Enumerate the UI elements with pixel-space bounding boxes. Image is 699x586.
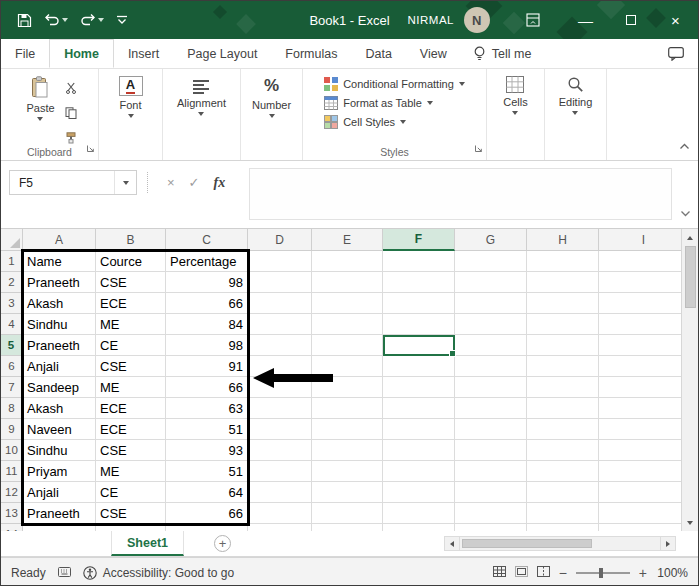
cell-F5[interactable] xyxy=(383,335,455,356)
zoom-slider-thumb[interactable] xyxy=(599,568,603,578)
cell-D4[interactable] xyxy=(248,314,312,335)
cells-button[interactable]: Cells xyxy=(497,74,533,144)
cell-A11[interactable]: Priyam xyxy=(23,461,96,482)
new-sheet-button[interactable]: + xyxy=(214,535,231,552)
cell-H7[interactable] xyxy=(527,377,599,398)
cell-H9[interactable] xyxy=(527,419,599,440)
cell-C12[interactable]: 64 xyxy=(166,482,248,503)
cell-F8[interactable] xyxy=(383,398,455,419)
cell-A1[interactable]: Name xyxy=(23,251,96,272)
cell-I9[interactable] xyxy=(599,419,683,440)
cell-A6[interactable]: Anjali xyxy=(23,356,96,377)
cell-G5[interactable] xyxy=(455,335,527,356)
clipboard-dialog-launcher[interactable] xyxy=(86,139,95,157)
cell-styles-button[interactable]: Cell Styles xyxy=(324,115,465,129)
number-dropdown-icon[interactable] xyxy=(269,114,275,118)
row-header-12[interactable]: 12 xyxy=(1,482,23,503)
cell-G7[interactable] xyxy=(455,377,527,398)
cut-button[interactable] xyxy=(65,80,77,98)
font-button[interactable]: A Font xyxy=(113,74,149,144)
cell-G8[interactable] xyxy=(455,398,527,419)
cell-C1[interactable]: Percentage xyxy=(166,251,248,272)
cell-F4[interactable] xyxy=(383,314,455,335)
cell-F3[interactable] xyxy=(383,293,455,314)
cell-D14[interactable] xyxy=(248,524,312,531)
zoom-out-button[interactable]: − xyxy=(559,566,567,580)
h-scroll-right-icon[interactable] xyxy=(660,536,676,551)
cell-A10[interactable]: Sindhu xyxy=(23,440,96,461)
cell-C8[interactable]: 63 xyxy=(166,398,248,419)
cell-E13[interactable] xyxy=(312,503,383,524)
cell-D13[interactable] xyxy=(248,503,312,524)
cell-H6[interactable] xyxy=(527,356,599,377)
cell-A4[interactable]: Sindhu xyxy=(23,314,96,335)
maximize-button[interactable] xyxy=(608,1,653,39)
cell-I13[interactable] xyxy=(599,503,683,524)
conditional-formatting-dropdown-icon[interactable] xyxy=(459,82,465,86)
cell-E4[interactable] xyxy=(312,314,383,335)
cell-C2[interactable]: 98 xyxy=(166,272,248,293)
accessibility-status[interactable]: Accessibility: Good to go xyxy=(83,566,234,580)
cell-G13[interactable] xyxy=(455,503,527,524)
formula-input[interactable] xyxy=(249,168,672,220)
cell-F1[interactable] xyxy=(383,251,455,272)
editing-button[interactable]: Editing xyxy=(553,74,599,144)
cell-A5[interactable]: Praneeth xyxy=(23,335,96,356)
number-button[interactable]: % Number xyxy=(246,74,297,144)
cell-B10[interactable]: CSE xyxy=(96,440,166,461)
cell-I14[interactable] xyxy=(599,524,683,531)
cell-E5[interactable] xyxy=(312,335,383,356)
row-header-9[interactable]: 9 xyxy=(1,419,23,440)
cell-F11[interactable] xyxy=(383,461,455,482)
cell-A7[interactable]: Sandeep xyxy=(23,377,96,398)
cell-E9[interactable] xyxy=(312,419,383,440)
tab-insert[interactable]: Insert xyxy=(114,39,173,68)
cell-I10[interactable] xyxy=(599,440,683,461)
cell-D2[interactable] xyxy=(248,272,312,293)
scroll-down-icon[interactable] xyxy=(682,514,699,531)
view-page-break-button[interactable] xyxy=(537,566,550,580)
cell-D3[interactable] xyxy=(248,293,312,314)
cell-I5[interactable] xyxy=(599,335,683,356)
avatar[interactable]: N xyxy=(464,7,490,33)
cell-A2[interactable]: Praneeth xyxy=(23,272,96,293)
cell-H12[interactable] xyxy=(527,482,599,503)
column-header-E[interactable]: E xyxy=(312,229,383,251)
save-button[interactable] xyxy=(17,13,32,28)
paste-dropdown-icon[interactable] xyxy=(37,117,43,121)
cell-F10[interactable] xyxy=(383,440,455,461)
cell-C13[interactable]: 66 xyxy=(166,503,248,524)
conditional-formatting-button[interactable]: Conditional Formatting xyxy=(324,77,465,91)
cell-G11[interactable] xyxy=(455,461,527,482)
view-normal-button[interactable] xyxy=(493,566,506,580)
cell-B7[interactable]: ME xyxy=(96,377,166,398)
tab-formulas[interactable]: Formulas xyxy=(271,39,351,68)
paste-button[interactable]: Paste xyxy=(20,74,60,144)
close-button[interactable]: × xyxy=(653,1,698,39)
column-header-A[interactable]: A xyxy=(23,229,96,251)
cell-A12[interactable]: Anjali xyxy=(23,482,96,503)
row-header-10[interactable]: 10 xyxy=(1,440,23,461)
format-as-table-button[interactable]: Format as Table xyxy=(324,96,465,110)
expand-formula-bar-button[interactable] xyxy=(680,203,691,221)
row-header-4[interactable]: 4 xyxy=(1,314,23,335)
cell-H10[interactable] xyxy=(527,440,599,461)
sheet-tab-sheet1[interactable]: Sheet1 xyxy=(111,531,184,556)
cell-F13[interactable] xyxy=(383,503,455,524)
row-header-6[interactable]: 6 xyxy=(1,356,23,377)
cell-F2[interactable] xyxy=(383,272,455,293)
h-scroll-left-icon[interactable] xyxy=(444,536,460,551)
cell-I12[interactable] xyxy=(599,482,683,503)
cell-I3[interactable] xyxy=(599,293,683,314)
cell-C11[interactable]: 51 xyxy=(166,461,248,482)
cell-I11[interactable] xyxy=(599,461,683,482)
tab-file[interactable]: File xyxy=(1,39,49,68)
cell-D9[interactable] xyxy=(248,419,312,440)
cell-A13[interactable]: Praneeth xyxy=(23,503,96,524)
styles-dialog-launcher[interactable] xyxy=(474,139,483,157)
row-header-1[interactable]: 1 xyxy=(1,251,23,272)
redo-dropdown-icon[interactable] xyxy=(98,18,104,22)
row-header-7[interactable]: 7 xyxy=(1,377,23,398)
cell-C7[interactable]: 66 xyxy=(166,377,248,398)
cell-I2[interactable] xyxy=(599,272,683,293)
